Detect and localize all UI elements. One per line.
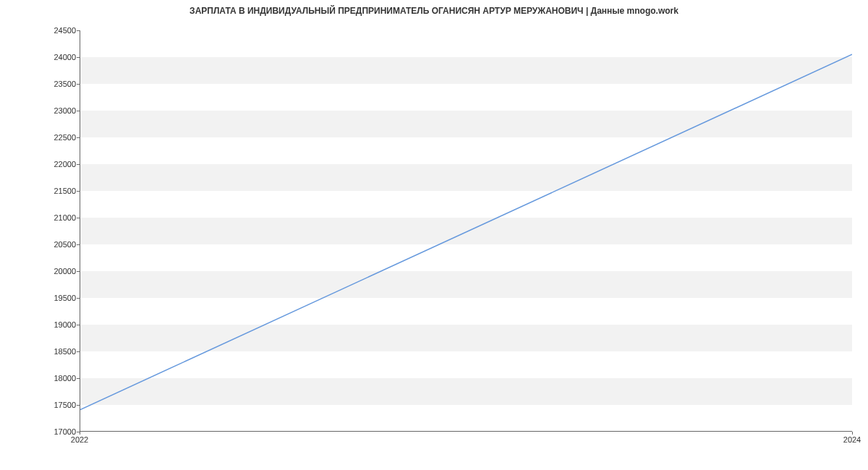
y-axis-tick-label: 21500 [40, 187, 76, 195]
y-axis-tick-label: 18000 [40, 374, 76, 383]
x-tick-mark [80, 432, 80, 435]
y-axis-tick-label: 18500 [40, 347, 76, 356]
y-tick-mark [77, 137, 80, 138]
y-tick-mark [77, 111, 80, 111]
y-tick-mark [77, 378, 80, 379]
y-tick-mark [77, 325, 80, 325]
y-tick-mark [77, 191, 80, 192]
x-axis-tick-label: 2024 [843, 435, 861, 444]
y-tick-mark [77, 298, 80, 299]
plot-area [80, 30, 852, 432]
data-line [80, 54, 852, 409]
y-axis-tick-label: 23500 [40, 80, 76, 88]
y-tick-mark [77, 405, 80, 406]
y-tick-mark [77, 244, 80, 245]
y-tick-mark [77, 84, 80, 85]
y-axis-tick-label: 23000 [40, 106, 76, 115]
y-axis-tick-label: 24500 [40, 26, 76, 35]
chart-line-svg [80, 30, 852, 431]
y-tick-mark [77, 30, 80, 31]
x-axis-tick-label: 2022 [71, 435, 88, 444]
y-axis-tick-label: 22000 [40, 160, 76, 168]
y-tick-mark [77, 218, 80, 218]
x-tick-mark [852, 432, 853, 435]
chart-title: ЗАРПЛАТА В ИНДИВИДУАЛЬНЫЙ ПРЕДПРИНИМАТЕЛ… [0, 0, 868, 22]
y-axis-tick-label: 22500 [40, 133, 76, 142]
y-tick-mark [77, 57, 80, 58]
y-tick-mark [77, 271, 80, 272]
y-axis-tick-label: 20500 [40, 240, 76, 249]
chart-container: 1700017500180001850019000195002000020500… [35, 22, 852, 441]
y-axis-tick-label: 24000 [40, 53, 76, 61]
y-tick-mark [77, 351, 80, 352]
y-axis-tick-label: 19000 [40, 320, 76, 329]
y-axis-tick-label: 17500 [40, 401, 76, 409]
y-axis-tick-label: 21000 [40, 213, 76, 222]
y-axis-tick-label: 20000 [40, 267, 76, 275]
y-tick-mark [77, 164, 80, 165]
y-axis-tick-label: 19500 [40, 294, 76, 302]
